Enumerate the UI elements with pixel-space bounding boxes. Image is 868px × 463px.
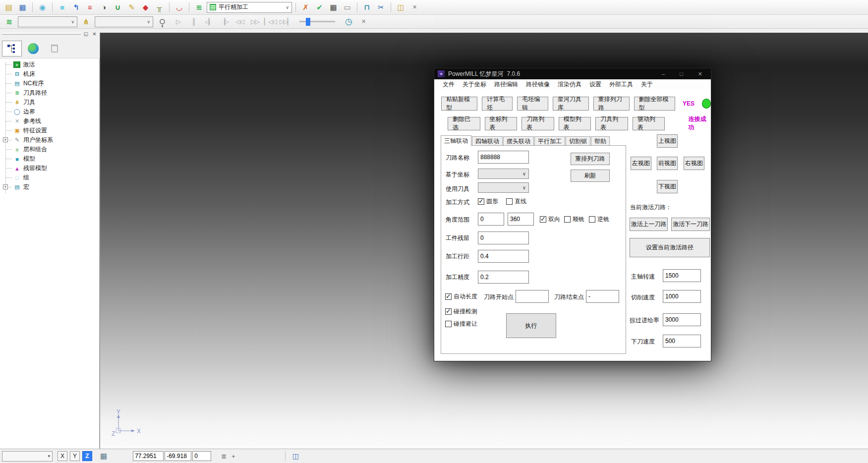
tab-parallel[interactable]: 平行加工 — [534, 136, 565, 146]
execute-button[interactable]: 执行 — [506, 313, 556, 338]
checkbox-icon[interactable] — [445, 293, 452, 300]
view-top-button[interactable]: 上视图 — [657, 134, 678, 148]
lightbulb-icon[interactable] — [160, 19, 165, 24]
view-right-button[interactable]: 右视图 — [684, 157, 704, 170]
checkbox-icon[interactable] — [589, 216, 595, 223]
tab-3axis[interactable]: 三轴联动 — [441, 135, 471, 146]
calc-stock-button[interactable]: 计算毛坯 — [482, 97, 513, 111]
angle-to-input[interactable] — [508, 213, 534, 226]
refresh-button[interactable]: 刷新 — [571, 170, 610, 182]
set-active-path-button[interactable]: 设置当前激活路径 — [630, 238, 710, 257]
coord-list-button[interactable]: 坐标列表 — [485, 117, 518, 130]
boundary-icon[interactable]: ∪ — [112, 1, 124, 13]
tree-item-stock-models[interactable]: ▲ 残留模型 — [0, 164, 99, 173]
drive-list-button[interactable]: 驱动列表 — [633, 117, 665, 130]
checkbox-icon[interactable] — [564, 216, 571, 223]
view-left-button[interactable]: 左视图 — [631, 157, 651, 170]
checkbox-icon[interactable] — [445, 321, 452, 327]
recycle-bin-tab[interactable] — [45, 41, 64, 57]
block-icon[interactable]: ■ — [56, 1, 68, 13]
tool-library-button[interactable]: 星河刀具库 — [553, 97, 589, 111]
calculator-icon[interactable]: ▦ — [327, 1, 340, 13]
mode-circle-checkbox[interactable]: 圆形 — [478, 197, 498, 206]
tree-item-workplanes[interactable]: + ✎ 用户坐标系 — [0, 135, 99, 145]
activate-prev-button[interactable]: 激活上一刀路 — [630, 218, 668, 231]
explorer-tree-tab[interactable] — [2, 41, 22, 57]
auto-length-checkbox[interactable]: 自动长度 — [445, 292, 477, 301]
toolpath-name-input[interactable] — [478, 151, 529, 164]
delete-all-models-button[interactable]: 删除全部模型 — [634, 97, 676, 111]
maximize-icon[interactable]: □ — [680, 71, 683, 77]
world-view-tab[interactable] — [23, 41, 43, 57]
grid-icon[interactable]: ▦ — [100, 452, 107, 461]
tree-item-groups[interactable]: □ 组 — [0, 173, 99, 182]
play-icon[interactable]: ▷ — [172, 16, 184, 27]
end-point-input[interactable] — [586, 290, 619, 303]
tree-item-feature-sets[interactable]: ▣ 特征设置 — [0, 126, 99, 135]
fast-forward-icon[interactable]: ▷▷ — [248, 16, 261, 27]
tab-4axis[interactable]: 四轴联动 — [472, 136, 503, 146]
axis-y-button[interactable]: Y — [70, 451, 80, 461]
view-bottom-button[interactable]: 下视图 — [657, 180, 678, 193]
toolpath-strategies-icon[interactable]: ↰ — [70, 1, 82, 13]
tree-item-activate[interactable]: > 激活 — [0, 60, 99, 69]
checkbox-icon[interactable] — [540, 216, 546, 223]
tree-item-models[interactable]: ■ 模型 — [0, 154, 99, 164]
step-back-icon[interactable]: ◁▏ — [202, 16, 215, 27]
conventional-mill-checkbox[interactable]: 逆铣 — [589, 215, 609, 224]
list-edit-icon[interactable]: ≣ — [221, 453, 227, 460]
machining-strategy-combobox[interactable]: 平行精加工 ∨ — [207, 2, 292, 13]
tree-item-toolpaths[interactable]: ≋ 刀具路径 — [0, 88, 99, 98]
activate-next-button[interactable]: 激活下一刀路 — [671, 218, 710, 231]
collision-detect-checkbox[interactable]: 碰撞检测 — [445, 307, 477, 316]
axis-x-button[interactable]: X — [58, 451, 67, 461]
collision-avoid-checkbox[interactable]: 碰撞避让 — [445, 320, 477, 328]
go-to-start-icon[interactable]: ▏◁◁ — [264, 16, 277, 27]
hammer-icon[interactable]: ✗ — [299, 1, 312, 13]
status-combobox[interactable]: ▾ — [2, 451, 53, 462]
paste-new-model-button[interactable]: 粘贴新模型 — [441, 97, 477, 111]
menu-about-coords[interactable]: 关于坐标 — [459, 80, 490, 89]
panel-toggle-icon[interactable]: ◫ — [292, 452, 299, 460]
checkbox-icon[interactable] — [445, 308, 452, 315]
open-project-icon[interactable]: ▤ — [2, 1, 15, 13]
stock-edit-button[interactable]: 毛坯编辑 — [517, 97, 548, 111]
tab-tilt-head[interactable]: 摆头联动 — [503, 136, 534, 146]
rewind-icon[interactable]: ◁◁ — [233, 16, 246, 27]
save-project-icon[interactable]: ▦ — [16, 1, 29, 13]
view-front-button[interactable]: 前视图 — [657, 157, 678, 170]
tool-select-combobox[interactable]: ∨ — [95, 16, 153, 27]
snap-cursor-icon[interactable]: + — [231, 453, 235, 460]
menu-external-tools[interactable]: 外部工具 — [605, 80, 637, 89]
menu-settings[interactable]: 设置 — [585, 80, 605, 89]
checkbox-icon[interactable] — [506, 198, 513, 205]
delete-selected-button[interactable]: 删除已选 — [448, 117, 480, 130]
cutting-speed-input[interactable] — [663, 290, 701, 303]
mode-line-checkbox[interactable]: 直线 — [506, 197, 526, 206]
start-point-input[interactable] — [516, 290, 549, 303]
angle-from-input[interactable] — [478, 213, 504, 226]
checkbox-icon[interactable] — [478, 198, 484, 205]
simulation-speed-slider[interactable] — [299, 21, 335, 22]
menu-path-edit[interactable]: 路径编辑 — [490, 80, 522, 89]
axis-z-button[interactable]: Z — [82, 451, 92, 461]
clock-icon[interactable]: ◷ — [343, 16, 355, 28]
coord-x-field[interactable] — [133, 451, 164, 461]
menu-about[interactable]: 关于 — [637, 80, 657, 89]
expand-icon[interactable]: + — [3, 184, 8, 189]
tool-list-button[interactable]: 刀具列表 — [595, 117, 628, 130]
slider-handle[interactable] — [306, 18, 310, 26]
menu-path-mirror[interactable]: 路径镜像 — [522, 80, 554, 89]
base-coord-combobox[interactable]: ∨ — [478, 169, 529, 179]
tree-item-boundaries[interactable]: ◯ 边界 — [0, 107, 99, 116]
coord-y-field[interactable] — [165, 451, 191, 461]
rearrange-toolpaths-button[interactable]: 重排列刀路 — [593, 97, 630, 111]
panel-drag-grip[interactable] — [2, 33, 81, 35]
powermill-logo-icon[interactable]: ≋ — [193, 1, 205, 13]
spindle-speed-input[interactable] — [663, 269, 701, 282]
viewer-icon[interactable]: ◫ — [395, 1, 407, 13]
tree-item-tools[interactable]: ⋔ 刀具 — [0, 98, 99, 107]
points-icon[interactable]: ◆ — [139, 1, 152, 13]
toolpath-list-button[interactable]: 刀路列表 — [521, 117, 554, 130]
tree-item-machine[interactable]: ⊟ 机床 — [0, 69, 99, 79]
